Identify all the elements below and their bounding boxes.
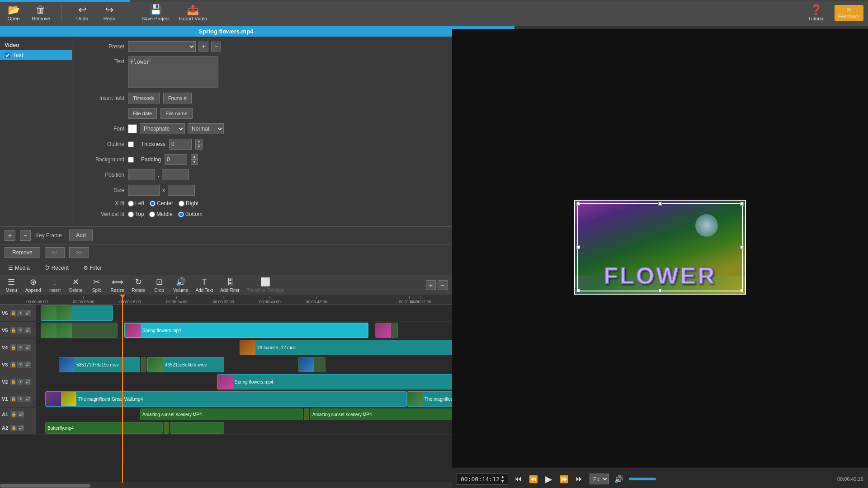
clip-v3-trans[interactable] (141, 357, 146, 372)
add-preset-button[interactable]: + (198, 42, 208, 52)
remove-button[interactable]: 🗑 Remove (32, 5, 50, 21)
delete-button[interactable]: ✕ Delete (69, 277, 82, 293)
bottom-radio-label[interactable]: Bottom (178, 211, 203, 217)
export-video-button[interactable]: 📤 Export Video (179, 5, 207, 21)
add-text-button[interactable]: T Add Text (195, 277, 213, 293)
top-radio-label[interactable]: Top (128, 211, 144, 217)
track-v2-mute[interactable]: 🔊 (24, 379, 31, 385)
clip-v1-1[interactable]: The magnificent Great Wall.mp4 (45, 391, 407, 407)
remove-track-button[interactable]: + (5, 230, 15, 241)
left-radio[interactable] (128, 201, 134, 206)
pos-y-input[interactable]: 201 (162, 169, 189, 180)
padding-input[interactable] (165, 154, 187, 165)
add-track-button[interactable]: − (20, 230, 31, 241)
track-v5-mute[interactable]: 🔊 (24, 327, 31, 333)
file-name-button[interactable]: File name (160, 108, 192, 119)
mute-button[interactable]: 🔊 (613, 473, 625, 485)
text-input[interactable]: Flower (128, 56, 218, 88)
clip-v3-2[interactable]: 46521ce8e4bfb.wmv (147, 357, 224, 372)
skip-to-end-button[interactable]: ⏭ (573, 473, 586, 485)
clip-v5-2[interactable]: Spring flowers.mp4 (124, 323, 368, 338)
track-a2-mute[interactable]: 🔊 (18, 425, 24, 431)
thickness-spinner[interactable]: ▲ ▼ (195, 139, 203, 150)
clip-v5-3[interactable] (375, 323, 398, 338)
track-v3-lock[interactable]: 🔒 (10, 361, 16, 368)
insert-button[interactable]: ↓ Insert (48, 277, 61, 293)
clip-a1-1[interactable]: Amazing sunset scenery.MP4 (140, 408, 303, 420)
tab-filter[interactable]: ⚙ Filter (80, 263, 106, 273)
remove-clip-button[interactable]: Remove (5, 247, 40, 258)
thickness-input[interactable] (169, 139, 192, 150)
video-list-item-text[interactable]: Text (0, 50, 72, 60)
size-h-input[interactable]: 573 (168, 185, 195, 196)
clip-a1-trans[interactable] (304, 408, 309, 420)
right-radio-label[interactable]: Right (179, 200, 198, 206)
clip-v6-1[interactable] (41, 305, 113, 321)
track-v1-lock[interactable]: 🔒 (10, 396, 16, 402)
resize-button[interactable]: ⟺ Resize (110, 277, 124, 293)
open-button[interactable]: 📂 Open (5, 5, 23, 21)
track-v1-mute[interactable]: 🔊 (24, 396, 31, 402)
font-color-swatch[interactable] (128, 124, 137, 133)
track-v3-mute[interactable]: 🔊 (24, 361, 31, 368)
track-v5-eye[interactable]: 👁 (17, 327, 24, 333)
padding-up[interactable]: ▲ (191, 154, 198, 160)
zoom-out-button[interactable]: − (438, 280, 448, 290)
skip-to-start-button[interactable]: ⏮ (512, 473, 524, 485)
handle-br[interactable] (740, 289, 744, 292)
pos-x-input[interactable]: 117 (128, 169, 155, 180)
feedback-button[interactable]: ✉ Feedback (835, 5, 863, 21)
center-radio-label[interactable]: Center (150, 200, 173, 206)
append-button[interactable]: ⊕ Append (25, 277, 41, 293)
clip-a2-1[interactable]: Butterfly.mp4 (45, 422, 163, 434)
time-spinner-up[interactable]: ▲▼ (501, 474, 504, 483)
outline-checkbox[interactable] (128, 141, 134, 147)
timeline-scrollbar[interactable] (0, 483, 452, 488)
preset-select[interactable] (128, 41, 196, 52)
handle-bm[interactable] (658, 289, 662, 292)
tab-media[interactable]: ☰ Media (5, 263, 33, 273)
clip-v5-1[interactable] (41, 323, 118, 338)
zoom-in-button[interactable]: + (426, 280, 436, 290)
middle-radio-label[interactable]: Middle (149, 211, 172, 217)
font-style-select[interactable]: Normal (188, 123, 224, 134)
center-radio[interactable] (150, 201, 156, 206)
seek-bar[interactable] (0, 0, 868, 2)
size-w-input[interactable]: 1056 (128, 185, 160, 196)
volume-button[interactable]: 🔊 Volume (173, 277, 188, 293)
padding-spinner[interactable]: ▲ ▼ (191, 154, 198, 165)
add-keyframe-button[interactable]: Add (69, 230, 92, 241)
background-checkbox[interactable] (128, 157, 134, 163)
bottom-radio[interactable] (178, 211, 184, 217)
track-v1-eye[interactable]: 👁 (17, 396, 24, 402)
thickness-up[interactable]: ▲ (195, 139, 203, 144)
right-radio[interactable] (179, 201, 184, 206)
scroll-thumb[interactable] (0, 484, 90, 488)
prev-nav-button[interactable]: << (45, 247, 65, 258)
undo-button[interactable]: ↩ Undo (73, 5, 91, 21)
track-a1-lock[interactable]: 🔒 (10, 411, 17, 418)
padding-down[interactable]: ▼ (191, 160, 198, 165)
frame-button[interactable]: Frame # (163, 93, 192, 103)
track-v6-lock[interactable]: 🔒 (10, 310, 16, 316)
play-button[interactable]: ▶ (542, 473, 555, 485)
tutorial-button[interactable]: ❓ Tutorial (807, 5, 826, 21)
file-date-button[interactable]: File date (128, 108, 157, 119)
clip-a2-2[interactable] (170, 422, 224, 434)
transition-settings-button[interactable]: ⬜ Transition Settings (247, 277, 284, 293)
timecode-button[interactable]: Timecode (128, 93, 160, 103)
step-back-button[interactable]: ⏪ (527, 473, 540, 485)
track-v4-mute[interactable]: 🔊 (24, 344, 31, 351)
rotate-button[interactable]: ↻ Rotate (132, 277, 145, 293)
text-checkbox[interactable] (5, 52, 10, 58)
step-forward-button[interactable]: ⏩ (558, 473, 571, 485)
track-v3-eye[interactable]: 👁 (17, 361, 24, 368)
save-project-button[interactable]: 💾 Save Project (142, 5, 170, 21)
clip-v2-1[interactable]: Spring flowers.mp4 (217, 374, 452, 389)
track-v4-lock[interactable]: 🔒 (10, 344, 16, 351)
track-v6-mute[interactable]: 🔊 (24, 310, 31, 316)
track-v4-eye[interactable]: 👁 (17, 344, 24, 351)
fit-select[interactable]: Fit (590, 474, 609, 484)
track-v2-eye[interactable]: 👁 (17, 379, 24, 385)
crop-button[interactable]: ⊡ Crop (152, 277, 166, 293)
